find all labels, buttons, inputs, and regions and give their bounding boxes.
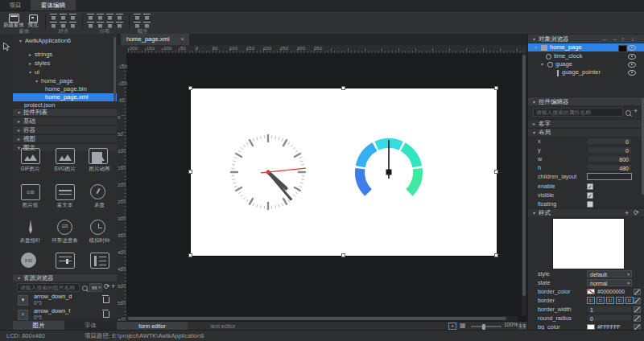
trash-icon[interactable] — [103, 297, 109, 303]
object-row-home-page[interactable]: ▾ home_page — [528, 43, 644, 51]
add-style-icon[interactable]: + — [625, 209, 629, 217]
vertical-scrollbar[interactable] — [522, 53, 526, 316]
align-bottom-icon[interactable] — [69, 14, 76, 20]
align-right-icon[interactable] — [69, 22, 76, 28]
grid-toggle-icon[interactable]: ▦ — [460, 322, 466, 329]
tab-fonts[interactable]: 字体 — [64, 321, 117, 330]
refresh-style-icon[interactable]: ⟳ — [634, 209, 639, 217]
prop-editor-header[interactable]: ▾ 控件编辑器 — [528, 97, 644, 105]
resource-search-input[interactable] — [17, 283, 80, 292]
style-reset-icon[interactable] — [634, 306, 641, 313]
refresh-icon[interactable]: ⟳ — [104, 282, 110, 290]
property-search-input[interactable] — [533, 108, 623, 117]
move-tool-icon[interactable]: + — [448, 323, 456, 330]
selection-handle[interactable] — [494, 86, 498, 90]
tab-form-edit[interactable]: 窗体编辑 — [31, 0, 76, 10]
move-down-icon[interactable]: ↓ — [631, 35, 634, 43]
state-dropdown[interactable]: normal▾ — [587, 279, 632, 286]
border-toggle-button[interactable] — [587, 297, 595, 304]
list-view-icon[interactable] — [90, 253, 109, 269]
send-backward-icon[interactable] — [143, 14, 151, 20]
visibility-eye-icon[interactable] — [628, 54, 636, 60]
border-toggle-button[interactable] — [606, 297, 614, 304]
round-radius-field[interactable]: 0 — [587, 314, 632, 322]
send-back-icon[interactable] — [143, 22, 151, 28]
w-field[interactable]: 800 — [587, 155, 632, 162]
object-row-time-clock[interactable]: time_clock — [528, 52, 644, 60]
color-swatch[interactable] — [618, 45, 627, 52]
document-tab[interactable]: home_page.xml × — [121, 34, 189, 45]
border-toggle-button[interactable] — [625, 297, 634, 304]
align-center-icon[interactable] — [60, 22, 67, 28]
design-viewport[interactable] — [126, 53, 527, 316]
border-width-field[interactable]: 1 — [587, 306, 632, 313]
text-selector-icon[interactable] — [56, 253, 75, 269]
bring-front-icon[interactable] — [134, 22, 141, 28]
search-icon[interactable] — [82, 286, 88, 291]
move-right-icon[interactable]: → — [612, 35, 617, 43]
x-field[interactable]: 0 — [587, 138, 632, 145]
add-property-icon[interactable]: + — [634, 107, 638, 115]
resource-filter-dropdown[interactable]: xx▾ — [89, 283, 102, 292]
visibility-eye-icon[interactable] — [628, 70, 636, 76]
zoom-slider[interactable] — [471, 326, 502, 327]
category-view[interactable]: ▸ 视图 — [13, 134, 117, 142]
distribute-left-icon[interactable] — [106, 14, 114, 20]
bring-forward-icon[interactable] — [134, 14, 141, 20]
distribute-h-icon[interactable] — [87, 14, 94, 20]
search-icon[interactable] — [625, 110, 631, 116]
trash-icon[interactable] — [103, 311, 109, 318]
select-tool-icon[interactable] — [2, 42, 11, 51]
selection-handle[interactable] — [188, 170, 192, 174]
style-reset-icon[interactable] — [634, 324, 641, 331]
distribute-v-icon[interactable] — [97, 14, 104, 20]
bg-color-swatch[interactable] — [587, 324, 595, 330]
scrollbar-thumb[interactable] — [522, 55, 526, 296]
tree-item-home-page[interactable]: ▾home_page — [13, 77, 117, 85]
left-panel-scrollbar[interactable] — [114, 37, 116, 101]
style-preview[interactable] — [552, 218, 625, 269]
tree-item-home-page-bin[interactable]: home_page.bin — [13, 85, 117, 93]
zoom-slider-thumb[interactable] — [482, 324, 485, 330]
style-reset-icon[interactable] — [634, 289, 641, 295]
y-field[interactable]: 0 — [587, 146, 632, 154]
selection-handle[interactable] — [188, 86, 192, 90]
border-toggle-button[interactable] — [616, 297, 624, 304]
move-up-icon[interactable]: ↑ — [621, 35, 625, 43]
border-color-swatch[interactable] — [587, 289, 595, 294]
style-dropdown[interactable]: default▾ — [587, 270, 632, 277]
distribute-even-icon[interactable] — [116, 22, 123, 28]
add-resource-icon[interactable]: + — [111, 282, 115, 290]
category-container[interactable]: ▸ 容器 — [13, 125, 117, 134]
gauge-widget[interactable] — [349, 132, 429, 212]
tree-item-home-page-xml[interactable]: home_page.xml — [13, 93, 117, 101]
tree-item-ui[interactable]: ▾ui — [13, 68, 117, 76]
selection-handle[interactable] — [188, 253, 192, 257]
selection-handle[interactable] — [494, 253, 498, 257]
object-row-guage[interactable]: ▾ guage — [528, 60, 644, 68]
object-browser-header[interactable]: ▾ 对象浏览器 ← → ↑ ↓ — [528, 34, 644, 43]
h-field[interactable]: 480 — [587, 164, 632, 171]
section-style[interactable]: ▾ 样式 + ⟳ — [528, 208, 644, 216]
floating-checkbox[interactable] — [587, 201, 593, 207]
category-basic[interactable]: ▸ 基础 — [13, 117, 117, 125]
tree-item-strings[interactable]: ▸strings — [13, 51, 117, 59]
digital-clock-icon[interactable]: 8:30 — [21, 253, 36, 268]
distribute-right-icon[interactable] — [116, 14, 123, 20]
section-name[interactable]: ▸ 名字 — [528, 119, 644, 127]
scrollbar-thumb[interactable] — [128, 317, 506, 320]
same-height-icon[interactable] — [97, 22, 104, 28]
tree-root-row[interactable]: ▾AwtkApplication6 — [13, 37, 117, 45]
style-reset-icon[interactable] — [634, 315, 641, 322]
tab-project[interactable]: 项目 — [2, 0, 29, 10]
selection-handle[interactable] — [341, 253, 345, 257]
visible-checkbox[interactable]: ✓ — [587, 192, 593, 199]
border-toggle-button[interactable] — [597, 297, 605, 304]
selection-handle[interactable] — [341, 86, 345, 90]
enable-checkbox[interactable]: ✓ — [587, 183, 593, 190]
align-top-icon[interactable] — [50, 14, 57, 20]
zoom-reset-button[interactable]: 1:1 — [518, 323, 526, 330]
selection-handle[interactable] — [494, 170, 498, 174]
object-row-guage-pointer[interactable]: guage_pointer — [528, 68, 644, 76]
resource-browser-header[interactable]: ▾ 资源浏览器 — [13, 273, 117, 281]
